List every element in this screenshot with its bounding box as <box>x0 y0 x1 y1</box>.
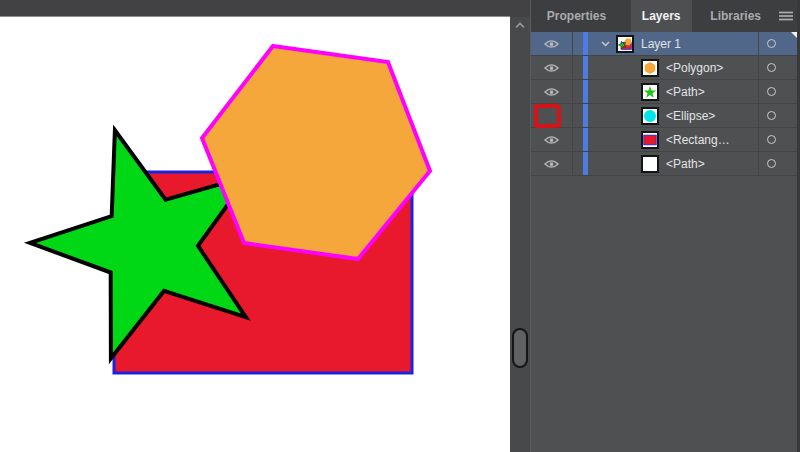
hamburger-icon <box>779 11 793 21</box>
target-circle-icon[interactable] <box>767 135 776 144</box>
panel-menu-button[interactable] <box>772 0 800 32</box>
lock-toggle[interactable] <box>573 32 583 55</box>
lock-toggle[interactable] <box>573 128 583 151</box>
lock-toggle[interactable] <box>573 80 583 103</box>
target-circle-icon[interactable] <box>767 87 776 96</box>
tab-layers[interactable]: Layers <box>631 0 692 32</box>
eye-icon <box>544 159 559 169</box>
layer-thumbnail[interactable] <box>641 155 659 173</box>
visibility-toggle[interactable] <box>531 152 573 175</box>
panel-tabbar: Properties Layers Libraries <box>531 0 800 32</box>
scrollbar-thumb[interactable] <box>512 328 528 368</box>
layers-list: Layer 1 <box>531 32 800 176</box>
visibility-toggle[interactable] <box>531 80 573 103</box>
target-cell[interactable] <box>758 104 800 127</box>
annotation-red-box <box>534 104 562 129</box>
illustrator-window: Properties Layers Libraries <box>0 0 800 452</box>
layer-row-rectangle[interactable]: <Rectang… <box>531 128 800 152</box>
target-cell[interactable] <box>758 128 800 151</box>
layer-name[interactable]: <Ellipse> <box>666 109 715 123</box>
tab-properties[interactable]: Properties <box>536 0 617 32</box>
target-cell[interactable] <box>758 80 800 103</box>
visibility-toggle[interactable] <box>531 128 573 151</box>
chevron-down-icon <box>601 41 610 47</box>
layer-thumbnail[interactable] <box>641 59 659 77</box>
target-circle-icon[interactable] <box>767 63 776 72</box>
visibility-toggle[interactable] <box>531 32 573 55</box>
eye-icon <box>544 87 559 97</box>
layer-thumbnail[interactable] <box>641 83 659 101</box>
layer-thumbnail[interactable] <box>641 131 659 149</box>
expand-toggle[interactable] <box>594 41 616 47</box>
layers-panel: Properties Layers Libraries <box>530 0 800 452</box>
layer-name[interactable]: <Rectang… <box>666 133 730 147</box>
target-circle-icon[interactable] <box>767 111 776 120</box>
layer-row-ellipse[interactable]: <Ellipse> <box>531 104 800 128</box>
layer-thumbnail[interactable] <box>641 107 659 125</box>
layer-name[interactable]: <Path> <box>666 85 705 99</box>
scroll-up-icon[interactable] <box>515 22 525 29</box>
layer-thumbnail[interactable] <box>616 35 634 53</box>
lock-toggle[interactable] <box>573 152 583 175</box>
artboard[interactable] <box>0 18 510 452</box>
layer-row-star-path[interactable]: <Path> <box>531 80 800 104</box>
vertical-scrollbar[interactable] <box>510 0 530 452</box>
tab-libraries[interactable]: Libraries <box>699 0 772 32</box>
target-circle-icon[interactable] <box>767 159 776 168</box>
pasteboard-strip <box>0 0 510 17</box>
layer-row-white-path[interactable]: <Path> <box>531 152 800 176</box>
lock-toggle[interactable] <box>573 56 583 79</box>
eye-icon <box>544 135 559 145</box>
scrollbar-top-cap <box>510 0 530 17</box>
canvas-area[interactable] <box>0 0 510 452</box>
visibility-toggle[interactable] <box>531 56 573 79</box>
layer-name[interactable]: <Polygon> <box>666 61 723 75</box>
layer-row-layer1[interactable]: Layer 1 <box>531 32 800 56</box>
target-cell[interactable] <box>758 152 800 175</box>
lock-toggle[interactable] <box>573 104 583 127</box>
target-circle-icon[interactable] <box>767 39 776 48</box>
target-cell[interactable] <box>758 56 800 79</box>
layer-name[interactable]: <Path> <box>666 157 705 171</box>
eye-icon <box>544 39 559 49</box>
eye-icon <box>544 63 559 73</box>
layer-name[interactable]: Layer 1 <box>641 37 681 51</box>
layer-row-polygon[interactable]: <Polygon> <box>531 56 800 80</box>
